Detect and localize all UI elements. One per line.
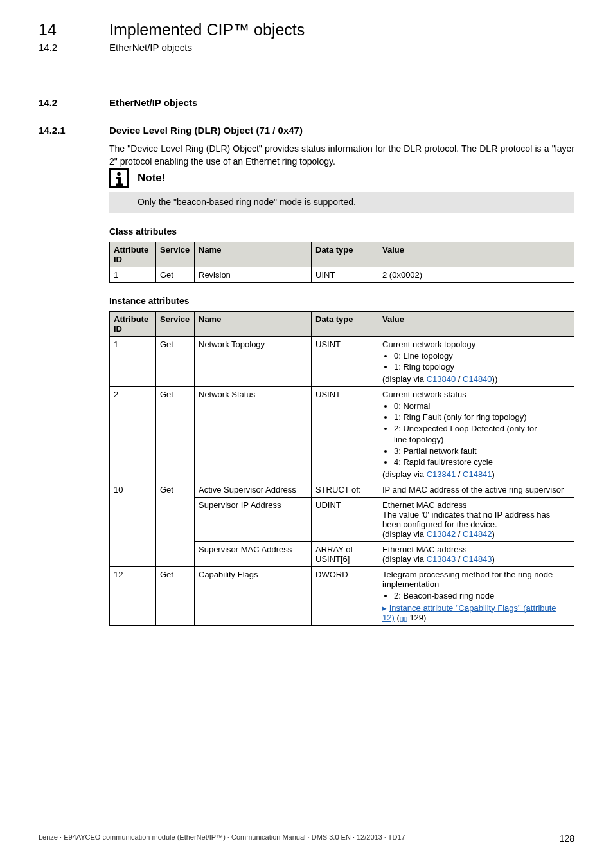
th-service: Service bbox=[156, 311, 195, 336]
table-row: 1 Get Revision UINT 2 (0x0002) bbox=[110, 267, 574, 282]
section-number: 14.2 bbox=[39, 97, 109, 108]
cell-service: Get bbox=[156, 482, 195, 566]
value-text: Telegram processing method for the ring … bbox=[382, 570, 553, 589]
th-attribute-id: Attribute ID bbox=[110, 311, 156, 336]
link-c14843[interactable]: C14843 bbox=[463, 554, 492, 564]
cell-type: ARRAY of USINT[6] bbox=[312, 541, 378, 566]
cell-name: Capability Flags bbox=[195, 566, 312, 625]
section-14-2: 14.2 EtherNet/IP objects bbox=[39, 97, 574, 108]
display-via-prefix: (display via bbox=[382, 529, 427, 539]
cell-service: Get bbox=[156, 566, 195, 625]
note-title: Note! bbox=[138, 172, 165, 185]
cell-name: Supervisor IP Address bbox=[195, 497, 312, 541]
table-header-row: Attribute ID Service Name Data type Valu… bbox=[110, 242, 574, 267]
link-c14840[interactable]: C14840 bbox=[463, 374, 492, 384]
list-item: 3: Partial network fault bbox=[394, 446, 570, 457]
list-item: 2: Unexpected Loop Detected (only for li… bbox=[394, 423, 570, 446]
link-separator: / bbox=[456, 469, 463, 479]
cell-attr-id: 2 bbox=[110, 386, 156, 482]
display-via-prefix: (display via bbox=[382, 374, 427, 384]
value-text: Current network status bbox=[382, 390, 466, 399]
th-service: Service bbox=[156, 242, 195, 267]
display-via-suffix: ) bbox=[492, 529, 495, 539]
table-header-row: Attribute ID Service Name Data type Valu… bbox=[110, 311, 574, 336]
link-c14842[interactable]: C14842 bbox=[463, 529, 492, 539]
cell-value: Current network topology 0: Line topolog… bbox=[378, 336, 574, 386]
cell-name: Network Status bbox=[195, 386, 312, 482]
list-item: 4: Rapid fault/restore cycle bbox=[394, 457, 570, 468]
separator-dashes: _ _ _ _ _ _ _ _ _ _ _ _ _ _ _ _ _ _ _ _ … bbox=[39, 71, 574, 82]
cell-type: STRUCT of: bbox=[312, 482, 378, 497]
th-value: Value bbox=[378, 311, 574, 336]
table-row: 1 Get Network Topology USINT Current net… bbox=[110, 336, 574, 386]
list-item: 2: Beacon-based ring node bbox=[394, 590, 570, 602]
cell-value: 2 (0x0002) bbox=[378, 267, 574, 282]
book-icon bbox=[400, 615, 407, 621]
table-row: 10 Get Active Supervisor Address STRUCT … bbox=[110, 482, 574, 497]
th-attribute-id: Attribute ID bbox=[110, 242, 156, 267]
cell-type: DWORD bbox=[312, 566, 378, 625]
page: 14 Implemented CIP™ objects 14.2 EtherNe… bbox=[0, 0, 613, 868]
display-via-prefix: (display via bbox=[382, 469, 427, 479]
cell-name: Network Topology bbox=[195, 336, 312, 386]
header-row-1: 14 Implemented CIP™ objects bbox=[39, 21, 574, 39]
link-c13843[interactable]: C13843 bbox=[427, 554, 456, 564]
th-name: Name bbox=[195, 242, 312, 267]
header-section-title: EtherNet/IP objects bbox=[109, 42, 192, 53]
table-row: 12 Get Capability Flags DWORD Telegram p… bbox=[110, 566, 574, 625]
class-attributes-table: Attribute ID Service Name Data type Valu… bbox=[109, 242, 574, 283]
subsection-title: Device Level Ring (DLR) Object (71 / 0x4… bbox=[109, 125, 303, 136]
list-item: 0: Normal bbox=[394, 401, 570, 412]
th-name: Name bbox=[195, 311, 312, 336]
cell-attr-id: 1 bbox=[110, 336, 156, 386]
chapter-number: 14 bbox=[39, 21, 57, 39]
list-item: 1: Ring topology bbox=[394, 361, 570, 373]
link-c14841[interactable]: C14841 bbox=[463, 469, 492, 479]
cell-attr-id: 1 bbox=[110, 267, 156, 282]
cell-service: Get bbox=[156, 267, 195, 282]
display-via-suffix: )) bbox=[492, 374, 498, 384]
cell-name: Revision bbox=[195, 267, 312, 282]
th-data-type: Data type bbox=[312, 242, 378, 267]
link-c13842[interactable]: C13842 bbox=[427, 529, 456, 539]
svg-point-1 bbox=[117, 172, 121, 176]
cell-value: Telegram processing method for the ring … bbox=[378, 566, 574, 625]
chapter-title: Implemented CIP™ objects bbox=[109, 21, 305, 39]
note-header: Note! bbox=[109, 168, 574, 188]
arrow-icon: ▸ bbox=[382, 603, 389, 613]
class-attributes-heading: Class attributes bbox=[109, 226, 574, 237]
cell-value: Ethernet MAC address (display via C13843… bbox=[378, 541, 574, 566]
display-via-suffix: ) bbox=[492, 469, 495, 479]
page-footer: Lenze · E94AYCEO communication module (E… bbox=[39, 833, 574, 844]
value-text: Current network topology bbox=[382, 339, 475, 349]
list-item-text: line topology) bbox=[394, 435, 443, 444]
svg-rect-4 bbox=[116, 183, 123, 186]
header-row-2: 14.2 EtherNet/IP objects bbox=[39, 42, 574, 53]
header-section-number: 14.2 bbox=[39, 42, 57, 53]
link-c13841[interactable]: C13841 bbox=[427, 469, 456, 479]
display-via-prefix: (display via bbox=[382, 554, 427, 564]
list-item-text: 2: Unexpected Loop Detected (only for bbox=[394, 424, 537, 433]
cell-attr-id: 12 bbox=[110, 566, 156, 625]
cell-value: IP and MAC address of the active ring su… bbox=[378, 482, 574, 497]
intro-paragraph: The "Device Level Ring (DLR) Object" pro… bbox=[109, 142, 574, 168]
cell-name: Active Supervisor Address bbox=[195, 482, 312, 497]
table-row: 2 Get Network Status USINT Current netwo… bbox=[110, 386, 574, 482]
section-14-2-1: 14.2.1 Device Level Ring (DLR) Object (7… bbox=[39, 125, 574, 136]
subsection-number: 14.2.1 bbox=[39, 125, 109, 136]
cell-service: Get bbox=[156, 336, 195, 386]
instance-attributes-heading: Instance attributes bbox=[109, 296, 574, 306]
link-c13840[interactable]: C13840 bbox=[427, 374, 456, 384]
footer-text: Lenze · E94AYCEO communication module (E… bbox=[39, 833, 405, 844]
th-data-type: Data type bbox=[312, 311, 378, 336]
section-title: EtherNet/IP objects bbox=[109, 97, 197, 108]
value-text: Ethernet MAC address bbox=[382, 545, 467, 554]
value-text: The value '0' indicates that no IP addre… bbox=[382, 510, 550, 529]
link-separator: / bbox=[456, 554, 463, 564]
cell-name: Supervisor MAC Address bbox=[195, 541, 312, 566]
cell-value: Ethernet MAC address The value '0' indic… bbox=[378, 497, 574, 541]
page-ref-text: 129) bbox=[407, 613, 427, 622]
display-via-suffix: ) bbox=[492, 554, 495, 564]
cell-type: UINT bbox=[312, 267, 378, 282]
th-value: Value bbox=[378, 242, 574, 267]
